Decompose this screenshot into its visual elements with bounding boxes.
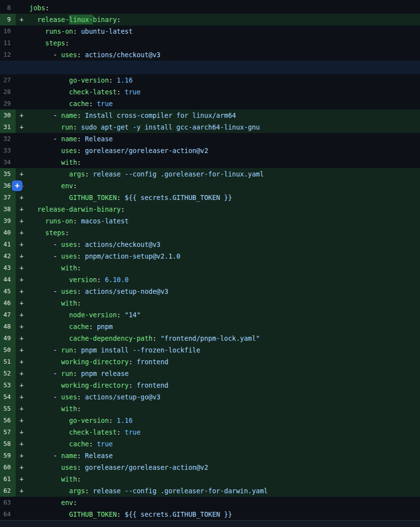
line-number[interactable]: 63 (0, 497, 16, 508)
code-token: : (73, 217, 81, 225)
line-number[interactable]: 8 (0, 2, 16, 14)
code-token (29, 76, 69, 84)
code-token: uses (61, 51, 77, 59)
line-number[interactable]: 52 (0, 368, 16, 379)
code-token (29, 499, 61, 506)
diff-marker: + (16, 250, 29, 262)
code-line: runs-on: ubuntu-latest (29, 25, 420, 37)
line-number[interactable]: 40 (0, 227, 16, 239)
line-number[interactable]: 11 (0, 37, 16, 49)
code-token: uses (61, 393, 77, 401)
code-token: go-version (69, 76, 109, 84)
line-number[interactable]: 45 (0, 285, 16, 297)
line-number[interactable]: 62 (0, 485, 16, 497)
code-token: : (121, 205, 125, 213)
code-token: : (77, 252, 85, 260)
line-number[interactable]: 30 (0, 110, 16, 121)
line-number[interactable]: 54 (0, 391, 16, 403)
code-token: : (77, 111, 85, 119)
line-number[interactable]: 64 (0, 508, 16, 520)
diff-line-12: 12 - uses: actions/checkout@v3 (0, 49, 420, 61)
code-token (29, 276, 69, 284)
line-number[interactable]: 49 (0, 332, 16, 344)
line-number[interactable]: 31 (0, 121, 16, 133)
code-token: : (73, 346, 81, 354)
line-number[interactable]: 48 (0, 321, 16, 332)
code-token (29, 39, 45, 47)
code-token: Release (85, 452, 113, 460)
line-number[interactable]: 51 (0, 356, 16, 368)
line-number[interactable]: 33 (0, 145, 16, 156)
code-token: name (61, 452, 77, 460)
line-number[interactable]: 35 (0, 168, 16, 180)
add-line-comment-button[interactable]: + (12, 180, 22, 191)
diff-marker (16, 74, 29, 86)
line-number[interactable]: 44 (0, 274, 16, 285)
code-token: pnpm release (81, 370, 129, 377)
code-token: : (77, 287, 85, 295)
line-number[interactable]: 57 (0, 426, 16, 438)
code-line: check-latest: true (29, 426, 420, 438)
line-number[interactable]: 12 (0, 49, 16, 61)
code-token: steps (45, 39, 66, 47)
code-token: pnpm (97, 323, 113, 330)
line-number[interactable]: 60 (0, 461, 16, 473)
code-token: : (73, 182, 77, 190)
line-number[interactable]: 34 (0, 156, 16, 168)
line-number[interactable]: 37 (0, 192, 16, 203)
code-line: working-directory: frontend (29, 356, 420, 368)
code-token (29, 358, 61, 366)
code-line: - uses: actions/checkout@v3 (29, 49, 420, 61)
line-number[interactable]: 28 (0, 86, 16, 98)
line-number[interactable]: 10 (0, 25, 16, 37)
diff-line-29: 29 cache: true (0, 98, 420, 110)
line-number[interactable]: 41 (0, 239, 16, 250)
diff-marker: + (16, 485, 29, 497)
code-token (29, 475, 61, 483)
diff-marker: + (16, 203, 29, 215)
line-number[interactable]: 29 (0, 98, 16, 110)
diff-marker (16, 37, 29, 49)
line-number[interactable]: 53 (0, 379, 16, 391)
code-line: - run: pnpm release (29, 368, 420, 379)
code-token: uses (61, 241, 77, 248)
line-number[interactable]: 43 (0, 262, 16, 274)
line-number[interactable]: 50 (0, 344, 16, 356)
diff-line-43: 43+ with: (0, 262, 420, 274)
code-token: : (129, 381, 136, 389)
code-token: true (125, 88, 141, 96)
line-number[interactable]: 46 (0, 297, 16, 309)
code-token (29, 417, 69, 424)
code-token: - (29, 135, 61, 143)
line-number[interactable]: 27 (0, 74, 16, 86)
code-token: GITHUB_TOKEN (69, 194, 117, 201)
diff-marker: + (16, 415, 29, 426)
line-number[interactable]: 39 (0, 215, 16, 227)
line-number[interactable]: 47 (0, 309, 16, 321)
code-token: - (29, 346, 61, 354)
code-token: : (117, 311, 125, 319)
line-number[interactable]: 59 (0, 450, 16, 461)
code-line: uses: goreleaser/goreleaser-action@v2 (29, 461, 420, 473)
code-token: ${{ secrets.GITHUB_TOKEN }} (125, 194, 232, 201)
code-token: version (69, 276, 97, 284)
code-line: - uses: pnpm/action-setup@v2.1.0 (29, 250, 420, 262)
code-token (29, 299, 61, 307)
line-number[interactable]: 9 (0, 14, 16, 25)
line-number[interactable]: 56 (0, 415, 16, 426)
line-number[interactable]: 42 (0, 250, 16, 262)
code-token (29, 440, 69, 448)
code-line: runs-on: macos-latest (29, 215, 420, 227)
expand-hidden-lines-row[interactable] (0, 61, 420, 74)
code-token: : (77, 135, 85, 143)
diff-marker (16, 25, 29, 37)
code-line: GITHUB_TOKEN: ${{ secrets.GITHUB_TOKEN }… (29, 192, 420, 203)
code-token: : (117, 510, 125, 518)
diff-line-31: 31+ run: sudo apt-get -y install gcc-aar… (0, 121, 420, 133)
code-token: - (29, 393, 61, 401)
line-number[interactable]: 58 (0, 438, 16, 450)
line-number[interactable]: 55 (0, 403, 16, 415)
line-number[interactable]: 38 (0, 203, 16, 215)
line-number[interactable]: 61 (0, 473, 16, 485)
line-number[interactable]: 32 (0, 133, 16, 145)
